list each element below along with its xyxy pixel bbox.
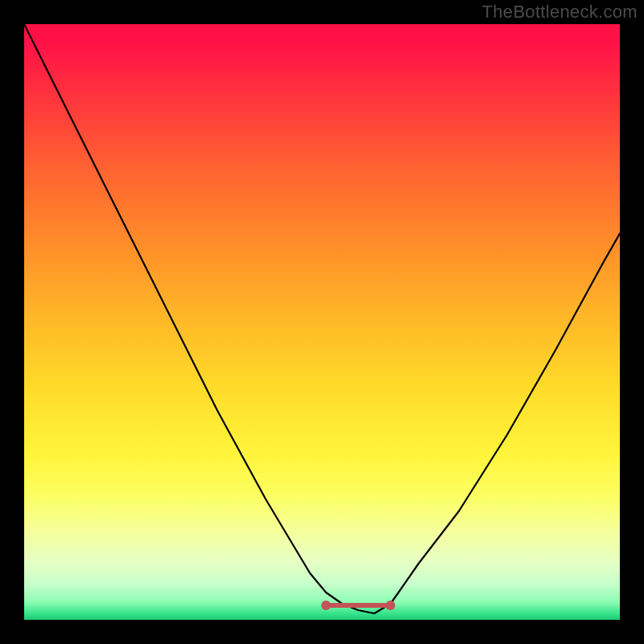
trough-marker-dot-left: [321, 601, 331, 610]
trough-marker-dot-right: [386, 601, 395, 610]
plot-area: [24, 24, 620, 620]
chart-frame: TheBottleneck.com: [0, 0, 644, 644]
trough-marker-group: [321, 601, 395, 610]
watermark-text: TheBottleneck.com: [482, 2, 638, 23]
curve-svg: [24, 24, 620, 620]
bottleneck-curve-path: [24, 24, 620, 613]
